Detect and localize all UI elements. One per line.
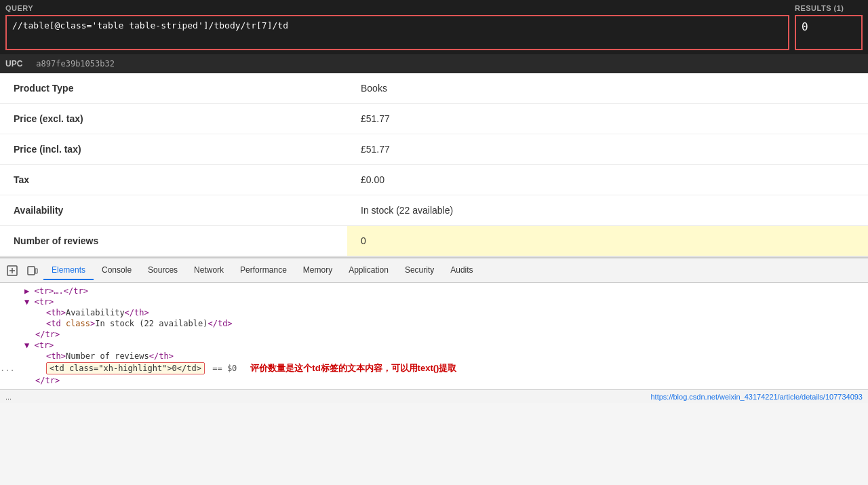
upc-value: a897fe39b1053b32 — [36, 59, 115, 69]
product-row-value: £51.77 — [347, 104, 868, 134]
code-text: </tr> — [14, 330, 60, 339]
devtools-tab-network[interactable]: Network — [186, 261, 232, 280]
results-label: RESULTS (1) — [795, 4, 863, 12]
code-line-4: <td class>In stock (22 available)</td> — [0, 318, 868, 329]
devtools-tab-memory[interactable]: Memory — [295, 261, 340, 280]
dot-indicator: ... — [0, 364, 14, 373]
code-line-6: ▼ <tr> — [0, 340, 868, 351]
product-row-value: £51.77 — [347, 134, 868, 165]
code-line-5: </tr> — [0, 329, 868, 340]
code-text: ▶ <tr>….</tr> — [14, 286, 88, 296]
code-line-highlighted: ... <td class="xh-highlight">0</td> == $… — [0, 362, 868, 375]
product-row-label: Tax — [0, 165, 347, 195]
query-input[interactable]: //table[@class='table table-striped']/tb… — [5, 15, 789, 50]
device-toolbar-icon[interactable] — [23, 261, 42, 280]
product-row: Availability In stock (22 available) — [0, 195, 868, 226]
product-row-label: Price (incl. tax) — [0, 134, 347, 165]
code-line-1: ▶ <tr>….</tr> — [0, 286, 868, 296]
product-row-value: Books — [347, 73, 868, 104]
bottom-bar: ... https://blog.csdn.net/weixin_4317422… — [0, 389, 868, 403]
code-line-8: </tr> — [0, 375, 868, 386]
product-row-value: 0 — [347, 226, 868, 256]
query-section: QUERY //table[@class='table table-stripe… — [5, 4, 789, 50]
svg-rect-2 — [35, 269, 37, 273]
inspect-element-icon[interactable] — [3, 261, 22, 280]
product-row-label: Product Type — [0, 73, 347, 104]
results-box: 0 — [795, 15, 863, 50]
product-row-label: Number of reviews — [0, 226, 347, 256]
query-label: QUERY — [5, 4, 789, 12]
code-line-3: <th>Availability</th> — [0, 307, 868, 318]
product-row: Price (incl. tax) £51.77 — [0, 134, 868, 165]
product-row-value: In stock (22 available) — [347, 195, 868, 226]
devtools-panel: ElementsConsoleSourcesNetworkPerformance… — [0, 257, 868, 403]
query-bar: QUERY //table[@class='table table-stripe… — [0, 0, 868, 54]
results-section: RESULTS (1) 0 — [795, 4, 863, 50]
devtools-tab-elements[interactable]: Elements — [43, 261, 94, 280]
devtools-tab-application[interactable]: Application — [340, 261, 397, 280]
product-row-label: Availability — [0, 195, 347, 226]
highlighted-td: <td class="xh-highlight">0</td> — [46, 362, 205, 374]
devtools-tab-security[interactable]: Security — [397, 261, 442, 280]
code-line-7: <th>Number of reviews</th> — [0, 351, 868, 362]
code-text: <th>Availability</th> — [14, 308, 149, 317]
code-text: <th>Number of reviews</th> — [14, 351, 174, 361]
product-row-value: £0.00 — [347, 165, 868, 195]
upc-label: UPC — [5, 59, 22, 69]
bottom-bar-url: https://blog.csdn.net/weixin_43174221/ar… — [650, 393, 863, 401]
product-row-label: Price (excl. tax) — [0, 104, 347, 134]
product-row: Tax £0.00 — [0, 165, 868, 195]
highlighted-code-text: <td class="xh-highlight">0</td> == $0 — [14, 362, 237, 374]
devtools-tab-performance[interactable]: Performance — [232, 261, 295, 280]
upc-row: UPC a897fe39b1053b32 — [0, 54, 868, 73]
code-text: ▼ <tr> — [14, 341, 54, 350]
annotation-text: 评价数量是这个td标签的文本内容，可以用text()提取 — [250, 362, 456, 374]
devtools-tab-console[interactable]: Console — [94, 261, 140, 280]
product-table: Product Type Books Price (excl. tax) £51… — [0, 73, 868, 256]
devtools-tabs: ElementsConsoleSourcesNetworkPerformance… — [0, 258, 868, 283]
product-info: Product Type Books Price (excl. tax) £51… — [0, 73, 868, 257]
product-row: Number of reviews 0 — [0, 226, 868, 256]
devtools-content: ▶ <tr>….</tr> ▼ <tr> <th>Availability</t… — [0, 283, 868, 389]
code-line-2: ▼ <tr> — [0, 296, 868, 307]
devtools-tab-sources[interactable]: Sources — [140, 261, 186, 280]
code-text: </tr> — [14, 376, 60, 385]
devtools-tab-audits[interactable]: Audits — [442, 261, 481, 280]
code-text: <td class>In stock (22 available)</td> — [14, 319, 233, 328]
product-row: Price (excl. tax) £51.77 — [0, 104, 868, 134]
svg-rect-1 — [28, 267, 35, 275]
bottom-bar-dots: ... — [5, 393, 12, 401]
product-row: Product Type Books — [0, 73, 868, 104]
code-text: ▼ <tr> — [14, 297, 54, 307]
equals-text: == $0 — [212, 364, 237, 373]
